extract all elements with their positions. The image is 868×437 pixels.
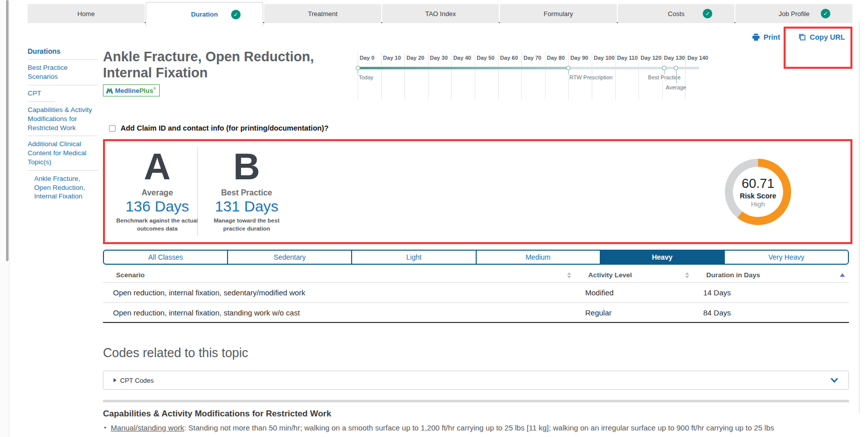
average-duration-card: A Average 136 Days Benchmark against the… <box>114 147 200 233</box>
top-tab-label: TAO Index <box>425 10 456 18</box>
risk-score-level: High <box>751 200 765 208</box>
timeline-marker-label: RTW Prescription <box>569 74 612 80</box>
claim-info-label: Add Claim ID and contact info (for print… <box>121 124 329 132</box>
timeline-gridline <box>404 53 405 99</box>
table-row[interactable]: Open reduction, internal fixation, stand… <box>103 303 849 323</box>
timeline-gridline <box>358 53 358 99</box>
risk-score-gauge: 60.71 Risk Score High <box>725 159 791 225</box>
column-label: Scenario <box>116 271 145 279</box>
risk-gauge-text: 60.71 Risk Score High <box>725 159 791 225</box>
timeline-day-label: Day 20 <box>406 55 424 61</box>
top-tab-tao-index[interactable]: TAO Index <box>382 4 499 23</box>
check-circle-icon: ✓ <box>821 9 830 19</box>
page: Home Duration ✓ Treatment TAO Index Form… <box>0 0 868 437</box>
timeline-gridline <box>568 53 569 99</box>
grade-letter-a: A <box>114 147 200 186</box>
triangle-right-icon <box>114 378 117 382</box>
scenario-table-header: Scenario Activity Level Duration in Days <box>103 268 849 283</box>
cpt-codes-accordion[interactable]: CPT Codes <box>103 371 849 390</box>
timeline-day-label: Day 40 <box>453 55 471 61</box>
cell-scenario: Open reduction, internal fixation, stand… <box>103 308 575 317</box>
capabilities-bullet: • Manual/standing work: Standing not mor… <box>104 423 852 432</box>
left-scrollbar-handle[interactable] <box>6 0 9 261</box>
work-class-tab-heavy[interactable]: Heavy <box>600 250 724 265</box>
card-description: Benchmark against the actual outcomes da… <box>114 216 200 233</box>
timeline-marker-dot <box>662 66 667 70</box>
timeline-gridline <box>498 53 499 99</box>
cell-scenario: Open reduction, internal fixation, seden… <box>103 288 575 297</box>
card-name: Best Practice <box>203 188 290 197</box>
work-class-tab-sedentary[interactable]: Sedentary <box>228 250 352 265</box>
page-title: Ankle Fracture, Open Reduction, Internal… <box>103 49 329 81</box>
top-tab-home[interactable]: Home <box>28 4 145 23</box>
timeline-marker-dot <box>566 66 571 70</box>
sidebar-item[interactable]: Best Practice Scenarios <box>28 60 98 85</box>
scenario-table-body: Open reduction, internal fixation, seden… <box>103 283 849 323</box>
copy-url-button[interactable]: Copy URL <box>798 33 845 41</box>
codes-section-heading: Codes related to this topic <box>103 346 248 360</box>
chevron-down-icon[interactable] <box>830 376 838 384</box>
accordion-label-text: CPT Codes <box>120 377 154 384</box>
sidebar-item[interactable]: Additional Clinical Content for Medical … <box>28 136 98 170</box>
column-header-scenario[interactable]: Scenario <box>103 271 575 279</box>
medlineplus-text: MedlinePlus® <box>115 86 156 95</box>
cell-duration: 14 Days <box>693 288 849 297</box>
sort-icon <box>567 272 571 278</box>
card-name: Average <box>114 188 200 197</box>
card-divider <box>197 147 198 236</box>
column-header-duration[interactable]: Duration in Days <box>693 271 849 279</box>
print-button[interactable]: Print <box>752 33 780 41</box>
sidebar-item[interactable]: Capabilities & Activity Modifications fo… <box>28 102 98 136</box>
sidebar-item[interactable]: Durations <box>28 43 98 59</box>
work-class-tab-light[interactable]: Light <box>352 250 476 265</box>
manual-standing-work-link[interactable]: Manual/standing work <box>111 423 184 432</box>
timeline-day-label: Day 10 <box>383 55 401 61</box>
sidebar-item[interactable]: CPT <box>28 85 98 101</box>
timeline-day-label: Day 140 <box>687 55 708 61</box>
duration-timeline: Day 0Day 10Day 20Day 30Day 40Day 50Day 6… <box>358 52 709 102</box>
top-tab-treatment[interactable]: Treatment <box>264 4 381 23</box>
column-header-activity-level[interactable]: Activity Level <box>575 271 693 279</box>
copy-url-label: Copy URL <box>810 33 845 41</box>
column-label: Duration in Days <box>706 271 760 279</box>
column-label: Activity Level <box>588 271 632 279</box>
card-duration: 136 Days <box>114 198 200 215</box>
bullet-dot: • <box>104 424 106 432</box>
top-tab-formulary[interactable]: Formulary <box>500 4 617 23</box>
timeline-day-label: Day 50 <box>477 55 494 61</box>
summary-annotation-box: A Average 136 Days Benchmark against the… <box>103 139 852 244</box>
top-tab-duration[interactable]: Duration ✓ <box>146 2 264 26</box>
timeline-marker-label: Average <box>666 84 686 90</box>
timeline-marker-label: Today <box>359 74 373 80</box>
work-class-tab-medium[interactable]: Medium <box>476 250 600 265</box>
timeline-day-label: Day 100 <box>594 55 615 61</box>
cell-activity-level: Modified <box>575 288 693 297</box>
cell-duration: 84 Days <box>693 308 849 317</box>
top-tab-costs[interactable]: Costs ✓ <box>618 4 735 23</box>
timeline-marker-stem <box>568 70 569 74</box>
work-class-tab-very-heavy[interactable]: Very Heavy <box>724 250 849 265</box>
scenario-table: Scenario Activity Level Duration in Days… <box>103 268 849 323</box>
timeline-marker-stem <box>676 70 677 83</box>
sidebar-item[interactable]: Ankle Fracture, Open Reduction, Internal… <box>28 171 98 204</box>
cpt-codes-accordion-label: CPT Codes <box>114 377 154 384</box>
card-duration: 131 Days <box>203 198 290 215</box>
timeline-day-label: Day 110 <box>617 55 638 61</box>
timeline-gridline <box>685 53 686 99</box>
bullet-body: : Standing not more than 50 min/hr; walk… <box>184 423 774 432</box>
timeline-day-label: Day 60 <box>500 55 518 61</box>
medlineplus-logo-icon <box>105 87 114 94</box>
table-row[interactable]: Open reduction, internal fixation, seden… <box>103 283 849 303</box>
claim-info-checkbox[interactable] <box>109 125 116 132</box>
sort-ascending-icon <box>840 273 845 277</box>
check-circle-icon: ✓ <box>703 9 712 19</box>
printer-icon <box>752 33 760 41</box>
top-tab-label: Costs <box>668 10 685 18</box>
top-tab-bar: Home Duration ✓ Treatment TAO Index Form… <box>28 4 852 23</box>
work-class-tab-all-classes[interactable]: All Classes <box>103 250 228 265</box>
top-tab-label: Treatment <box>308 10 338 18</box>
medlineplus-badge[interactable]: MedlinePlus® <box>103 84 160 96</box>
claim-info-row: Add Claim ID and contact info (for print… <box>109 124 329 132</box>
timeline-day-label: Day 30 <box>430 55 448 61</box>
top-tab-job-profile[interactable]: Job Profile ✓ <box>735 4 852 23</box>
